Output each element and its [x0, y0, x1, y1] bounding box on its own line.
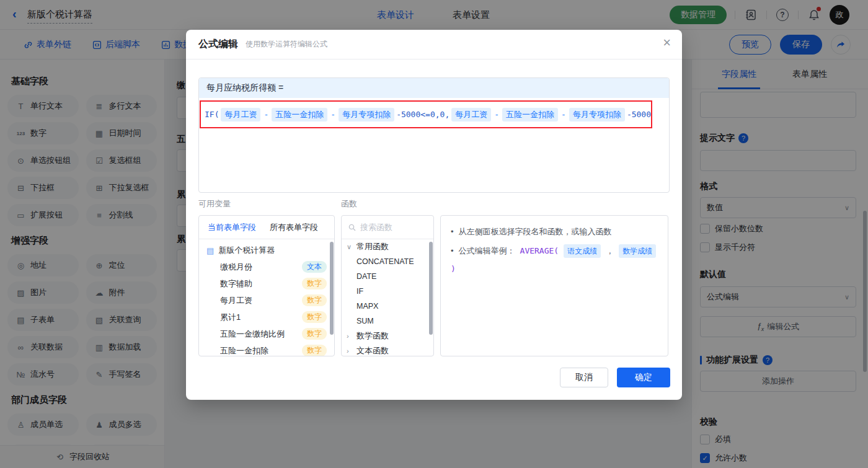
chevron-down-icon: ∨ — [347, 243, 353, 251]
function-group-label: 常用函数 — [356, 241, 389, 252]
bullet-icon: • — [451, 245, 454, 257]
variables-label: 可用变量 — [198, 198, 231, 210]
modal-subtitle: 使用数学运算符编辑公式 — [246, 39, 327, 50]
modal-header: 公式编辑 使用数学运算符编辑公式 × — [186, 30, 682, 60]
formula-expression[interactable]: IF(每月工资-五险一金扣除-每月专项扣除-5000<=0,0,每月工资-五险一… — [200, 100, 652, 128]
hint-line-1: • 从左侧面板选择字段名和函数，或输入函数 — [451, 226, 658, 238]
formula-edit-modal: 公式编辑 使用数学运算符编辑公式 × 每月应纳税所得额 = IF(每月工资-五险… — [186, 30, 682, 400]
hints-panel: • 从左侧面板选择字段名和函数，或输入函数 • 公式编辑举例： AVERAGE(… — [440, 215, 668, 356]
scrollbar-thumb[interactable] — [330, 242, 334, 335]
bullet-icon: • — [451, 226, 454, 238]
formula-code-token: - — [330, 110, 335, 119]
formula-code-token: - — [494, 110, 499, 119]
variables-tabs: 当前表单字段 所有表单字段 — [199, 216, 334, 239]
example-chip: 语文成绩 — [564, 244, 601, 258]
variables-panel: 当前表单字段 所有表单字段 ▤ 新版个税计算器 缴税月份文本数字辅助数字每月工资… — [198, 215, 335, 356]
function-item-CONCATENATE[interactable]: CONCATENATE — [342, 254, 433, 269]
chevron-right-icon: › — [347, 332, 353, 340]
app-window: ‹ 新版个税计算器 表单设计 表单设置 数据管理 ? — [0, 0, 868, 468]
variable-item-累计1[interactable]: 累计1数字 — [199, 309, 334, 325]
formula-code-token: -5000) — [627, 110, 652, 119]
document-icon: ▤ — [206, 246, 214, 255]
function-group-常用函数[interactable]: ∨常用函数 — [342, 239, 433, 254]
variables-tree-root[interactable]: ▤ 新版个税计算器 — [199, 239, 334, 258]
variable-item-五险一金缴纳比例[interactable]: 五险一金缴纳比例数字 — [199, 325, 334, 342]
example-chip: 数学成绩 — [619, 244, 656, 258]
function-group-label: 数学函数 — [356, 330, 389, 342]
variable-name: 累计1 — [220, 312, 241, 323]
functions-label: 函数 — [341, 198, 357, 210]
variable-type-badge: 数字 — [302, 328, 327, 340]
function-item-MAPX[interactable]: MAPX — [342, 299, 433, 314]
variable-type-badge: 数字 — [302, 311, 327, 323]
function-group-label: 文本函数 — [356, 345, 389, 356]
formula-editor: 每月应纳税所得额 = IF(每月工资-五险一金扣除-每月专项扣除-5000<=0… — [198, 77, 670, 193]
variable-name: 五险一金扣除 — [220, 345, 268, 356]
function-search — [342, 216, 433, 239]
formula-variable-chip[interactable]: 每月工资 — [451, 108, 491, 121]
variable-item-五险一金扣除[interactable]: 五险一金扣除数字 — [199, 342, 334, 356]
variable-item-每月工资[interactable]: 每月工资数字 — [199, 292, 334, 309]
function-search-input[interactable] — [360, 223, 422, 232]
variable-name: 数字辅助 — [220, 278, 252, 289]
variable-type-badge: 数字 — [302, 294, 327, 306]
formula-variable-chip[interactable]: 每月专项扣除 — [569, 108, 625, 121]
variable-type-badge: 数字 — [302, 278, 327, 289]
formula-code-token: - — [561, 110, 566, 119]
tab-current-form-fields[interactable]: 当前表单字段 — [208, 222, 256, 233]
variable-item-缴税月份[interactable]: 缴税月份文本 — [199, 258, 334, 275]
modal-title: 公式编辑 — [198, 38, 238, 51]
function-item-IF[interactable]: IF — [342, 284, 433, 299]
formula-target: 每月应纳税所得额 = — [199, 78, 669, 98]
hint-line-2: • 公式编辑举例： AVERAGE( 语文成绩 ， 数学成绩 ) — [451, 244, 658, 275]
variable-item-数字辅助[interactable]: 数字辅助数字 — [199, 275, 334, 292]
formula-code-token: - — [264, 110, 268, 119]
formula-variable-chip[interactable]: 每月工资 — [221, 108, 260, 121]
function-item-SUM[interactable]: SUM — [342, 314, 433, 329]
function-group-文本函数[interactable]: ›文本函数 — [342, 343, 433, 356]
function-group-数学函数[interactable]: ›数学函数 — [342, 329, 433, 343]
close-icon[interactable]: × — [663, 36, 671, 50]
formula-variable-chip[interactable]: 五险一金扣除 — [502, 108, 558, 121]
formula-variable-chip[interactable]: 每月专项扣除 — [339, 108, 394, 121]
confirm-button[interactable]: 确定 — [617, 368, 670, 387]
variable-type-badge: 文本 — [302, 261, 327, 273]
cancel-button[interactable]: 取消 — [560, 368, 608, 387]
formula-code-token: IF( — [205, 110, 219, 119]
functions-panel: ∨常用函数CONCATENATEDATEIFMAPXSUM›数学函数›文本函数 — [341, 215, 434, 356]
tab-all-form-fields[interactable]: 所有表单字段 — [270, 222, 318, 233]
variable-name: 缴税月份 — [220, 262, 252, 273]
chevron-right-icon: › — [347, 347, 353, 355]
variable-name: 五险一金缴纳比例 — [220, 329, 285, 340]
scrollbar-thumb[interactable] — [429, 242, 433, 335]
formula-code-token: -5000<=0,0, — [396, 110, 450, 119]
variable-name: 每月工资 — [220, 295, 252, 306]
function-item-DATE[interactable]: DATE — [342, 269, 433, 284]
search-icon — [348, 223, 356, 232]
variable-type-badge: 数字 — [302, 345, 327, 356]
formula-variable-chip[interactable]: 五险一金扣除 — [272, 108, 327, 121]
